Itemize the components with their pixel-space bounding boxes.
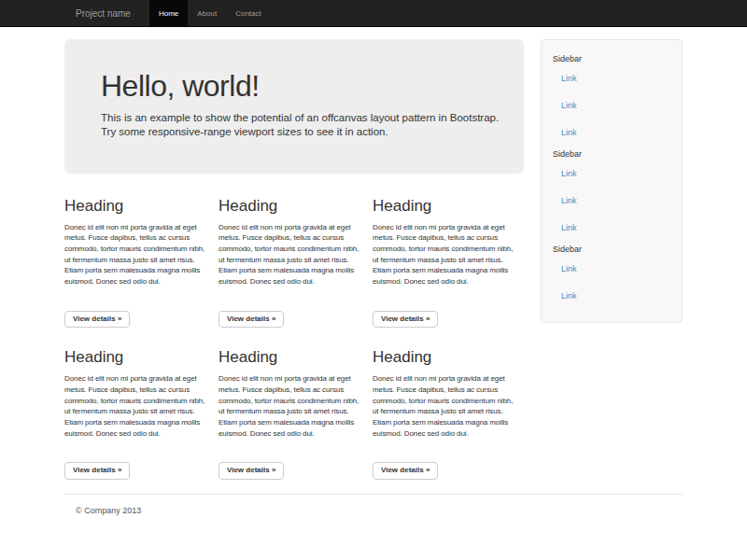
jumbotron-title: Hello, world! [101,69,514,104]
sidebar-link-list: Link Link Link [553,163,670,234]
card-heading: Heading [64,349,210,367]
cards-row-2: Heading Donec id elit non mi porta gravi… [64,339,524,479]
sidebar-link-list: Link Link Link [553,68,670,139]
sidebar-link[interactable]: Link [561,264,577,273]
nav-item-contact[interactable]: Contact [226,0,271,27]
copyright-text: © Company 2013 [76,506,683,515]
list-item: Link [561,190,670,207]
main-content: Hello, world! This is an example to show… [56,27,532,480]
view-details-button[interactable]: View details » [64,462,130,480]
sidebar-link[interactable]: Link [561,196,577,205]
sidebar-link-list: Link Link [553,259,670,302]
list-item: Link [561,217,670,234]
card-heading: Heading [218,198,364,216]
content-row: Hello, world! This is an example to show… [56,27,691,480]
sidebar-column: Sidebar Link Link Link Sidebar Link Link… [532,27,691,323]
card-3: Heading Donec id elit non mi porta gravi… [373,188,527,328]
card-body-text: Donec id elit non mi porta gravida at eg… [64,222,210,299]
card-heading: Heading [373,349,518,367]
navbar: Project name Home About Contact [0,0,747,27]
card-body-text: Donec id elit non mi porta gravida at eg… [373,222,518,299]
card-body-text: Donec id elit non mi porta gravida at eg… [64,373,210,450]
card-heading: Heading [64,198,210,216]
card-body-text: Donec id elit non mi porta gravida at eg… [218,373,364,450]
card-4: Heading Donec id elit non mi porta gravi… [64,339,218,479]
view-details-button[interactable]: View details » [373,311,438,329]
card-5: Heading Donec id elit non mi porta gravi… [218,339,373,479]
card-body-text: Donec id elit non mi porta gravida at eg… [373,373,518,450]
view-details-button[interactable]: View details » [218,462,284,480]
sidebar-link[interactable]: Link [561,223,577,232]
view-details-button[interactable]: View details » [218,311,284,329]
sidebar-link[interactable]: Link [561,74,577,83]
sidebar-module-1: Sidebar Link Link Link [553,54,670,139]
nav-item-about[interactable]: About [188,0,226,27]
cards-row-1: Heading Donec id elit non mi porta gravi… [64,188,524,328]
sidebar-module-title: Sidebar [553,149,670,159]
view-details-button[interactable]: View details » [64,311,130,329]
card-body-text: Donec id elit non mi porta gravida at eg… [218,222,364,299]
sidebar-module-title: Sidebar [553,54,670,63]
list-item: Link [561,95,670,112]
card-heading: Heading [218,349,364,367]
nav-item-home[interactable]: Home [149,0,188,27]
card-6: Heading Donec id elit non mi porta gravi… [373,339,527,479]
page-footer: © Company 2013 [56,494,691,515]
list-item: Link [561,68,670,85]
sidebar-link[interactable]: Link [561,101,577,110]
list-item: Link [561,163,670,180]
card-heading: Heading [373,198,518,216]
sidebar-module-3: Sidebar Link Link [553,245,670,302]
card-1: Heading Donec id elit non mi porta gravi… [64,188,218,328]
list-item: Link [561,122,670,139]
page-container: Hello, world! This is an example to show… [56,27,691,515]
jumbotron: Hello, world! This is an example to show… [64,39,524,174]
sidebar-module-title: Sidebar [553,245,670,254]
footer-divider [64,494,683,495]
list-item: Link [561,259,670,275]
sidebar-module-2: Sidebar Link Link Link [553,149,670,234]
sidebar-link[interactable]: Link [561,128,577,137]
list-item: Link [561,286,670,302]
sidebar: Sidebar Link Link Link Sidebar Link Link… [541,39,683,323]
view-details-button[interactable]: View details » [373,462,438,480]
jumbotron-description: This is an example to show the potential… [101,111,514,140]
card-2: Heading Donec id elit non mi porta gravi… [218,188,373,328]
navbar-inner: Project name Home About Contact [56,0,691,27]
navbar-brand[interactable]: Project name [56,0,140,27]
navbar-menu: Home About Contact [149,0,271,27]
sidebar-link[interactable]: Link [561,169,577,178]
sidebar-link[interactable]: Link [561,291,577,301]
